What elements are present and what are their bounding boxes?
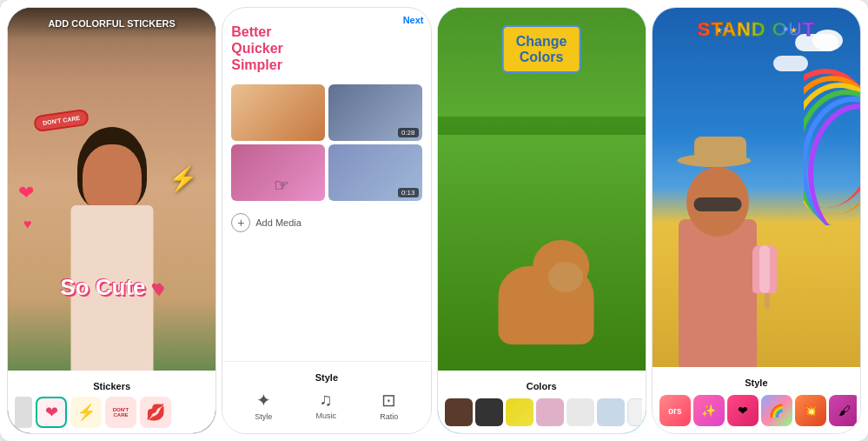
media-tab-label: Style: [226, 369, 427, 386]
sticker-heart-inline: ♥: [152, 277, 163, 299]
color-swatch-2[interactable]: [475, 398, 503, 426]
stickers-tab-label: Stickers: [11, 378, 212, 397]
add-media-label: Add Media: [255, 217, 301, 228]
music-icon: ♫: [320, 390, 333, 410]
star-right-2: ★: [790, 25, 798, 35]
woman-body: [679, 219, 757, 367]
style-photo-area: ★ ★ ★ ★ STAND OUT: [653, 8, 860, 367]
style-bottom-bar: Style ors ✨ ❤ 🌈 💥 🖌: [653, 367, 860, 433]
change-colors-text-line1: Change: [516, 34, 567, 50]
rainbow-container: [804, 51, 860, 225]
style-swatch-rainbow[interactable]: 🌈: [761, 395, 792, 426]
stars-spacer: [730, 25, 782, 35]
color-swatch-7[interactable]: [627, 398, 642, 426]
screenshots-container: ADD COLORFUL STICKERS DON'T CARE ⚡ ❤ ♥: [0, 0, 868, 441]
woman-hat-top: [694, 137, 746, 163]
colors-bottom-bar: Colors: [438, 371, 646, 433]
cloud-2: [812, 30, 843, 51]
color-swatch-1[interactable]: [445, 398, 473, 426]
screen-colors: Change Colors Colors: [437, 7, 646, 434]
style-swatch-1-label: ors: [668, 406, 682, 416]
color-swatch-3[interactable]: [506, 398, 533, 426]
color-swatch-4[interactable]: [536, 398, 564, 426]
media-thumb-4[interactable]: 0:13: [328, 144, 422, 201]
style-tab-label: Style: [656, 374, 857, 393]
toolbar-icons: ✦ Style ♫ Music ⊡ Ratio: [226, 386, 427, 424]
person-face: [83, 144, 142, 214]
media-thumb-1[interactable]: [231, 84, 325, 141]
stickers-photo-area: ADD COLORFUL STICKERS DON'T CARE ⚡ ❤ ♥: [8, 8, 215, 371]
style-swatch-spark[interactable]: ✨: [693, 395, 725, 426]
duration-badge-2: 0:13: [398, 188, 419, 197]
woman-figure: [670, 124, 765, 367]
sticker-row: ❤ ⚡ DON'T CARE 💋: [11, 397, 212, 428]
media-thumb-3[interactable]: ☞: [231, 144, 325, 201]
sticker-heart-thumb[interactable]: ❤: [36, 397, 67, 428]
sticker-heart-left[interactable]: ❤: [18, 182, 34, 204]
popsicle: [752, 245, 783, 302]
screen-stickers: ADD COLORFUL STICKERS DON'T CARE ⚡ ❤ ♥: [7, 7, 216, 434]
add-media-button[interactable]: + Add Media: [231, 208, 421, 237]
colors-photo-area: Change Colors: [438, 8, 646, 371]
toolbar-style[interactable]: ✦ Style: [255, 390, 272, 421]
stickers-header-overlay: ADD COLORFUL STICKERS: [8, 8, 215, 40]
style-icon: ✦: [256, 390, 271, 411]
sticker-dontcare-thumb[interactable]: DON'T CARE: [105, 397, 136, 428]
dog-snout: [548, 262, 583, 292]
change-colors-banner[interactable]: Change Colors: [502, 25, 581, 73]
media-grid: 0:28 ☞ 0:13: [231, 84, 421, 201]
stars-decoration: ★ ★ ★ ★: [698, 25, 816, 35]
style-swatch-brushstrokes[interactable]: 🖌: [829, 395, 857, 426]
sticker-lips-thumb[interactable]: 💋: [140, 397, 171, 428]
stickers-bottom-bar: Stickers ❤ ⚡ DON'T CARE 💋: [8, 371, 215, 433]
star-left-2: ★: [723, 25, 729, 35]
sticker-heart-small: ♥: [23, 217, 32, 232]
ratio-label: Ratio: [380, 412, 398, 421]
style-swatches: ors ✨ ❤ 🌈 💥 🖌: [656, 393, 857, 428]
cloud-3: [773, 56, 808, 71]
style-swatch-love[interactable]: ❤: [727, 395, 759, 426]
media-text-block: Better Quicker Simpler: [231, 17, 421, 74]
stickers-header-text: ADD COLORFUL STICKERS: [18, 18, 205, 30]
media-content-area: Next Better Quicker Simpler 0:28: [222, 8, 430, 361]
music-label: Music: [316, 411, 337, 420]
media-thumb-2[interactable]: 0:28: [328, 84, 422, 141]
screen-style: ★ ★ ★ ★ STAND OUT Style ors ✨ ❤ 🌈 💥 🖌: [652, 7, 861, 434]
person-silhouette: [60, 110, 164, 371]
color-swatch-5[interactable]: [567, 398, 594, 426]
style-label: Style: [255, 412, 272, 421]
woman-sunglasses: [693, 197, 741, 211]
media-bottom-bar: Style ✦ Style ♫ Music ⊡ Ratio: [222, 361, 430, 433]
media-text-line1: Better: [231, 23, 421, 40]
star-right-1: ★: [783, 25, 789, 35]
sticker-bolt-thumb[interactable]: ⚡: [70, 397, 102, 428]
cursor-icon: ☞: [274, 175, 289, 196]
style-swatch-pop[interactable]: 💥: [795, 395, 826, 426]
next-button[interactable]: Next: [403, 15, 424, 25]
sticker-lightning[interactable]: ⚡: [168, 164, 198, 193]
stand-out-banner: ★ ★ ★ ★ STAND OUT: [698, 18, 816, 41]
stickers-scroll-indicator: [15, 397, 32, 428]
style-swatch-1[interactable]: ors: [659, 395, 691, 426]
media-text-line2: Quicker: [231, 40, 421, 57]
toolbar-ratio[interactable]: ⊡ Ratio: [380, 390, 398, 421]
toolbar-music[interactable]: ♫ Music: [316, 390, 337, 421]
ratio-icon: ⊡: [381, 390, 396, 411]
colors-tab-label: Colors: [441, 378, 642, 397]
color-swatches: [441, 397, 642, 428]
sticker-socute[interactable]: So Cute ♥: [60, 274, 163, 301]
screen-media: Next Better Quicker Simpler 0:28: [222, 7, 431, 434]
color-swatch-6[interactable]: [597, 398, 625, 426]
add-circle-icon: +: [231, 213, 250, 232]
change-colors-text-line2: Colors: [516, 50, 567, 65]
media-text-line3: Simpler: [231, 57, 421, 73]
star-left-1: ★: [715, 25, 723, 35]
duration-badge-1: 0:28: [398, 128, 419, 137]
